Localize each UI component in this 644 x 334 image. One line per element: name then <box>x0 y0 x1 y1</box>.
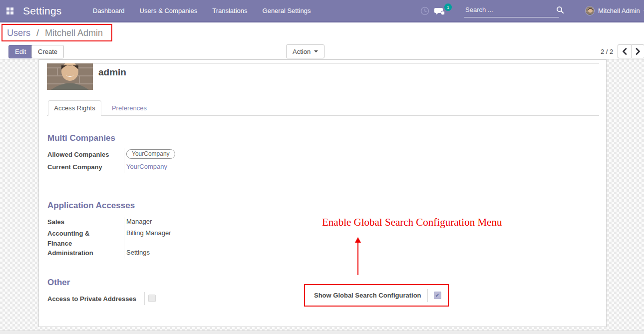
chevron-right-icon <box>635 48 641 55</box>
global-search <box>464 5 571 18</box>
sales-value[interactable]: Manager <box>126 218 152 225</box>
action-dropdown-button[interactable]: Action <box>286 44 324 58</box>
section-application-accesses: Application Accesses <box>47 201 135 211</box>
footer-strip <box>0 331 644 334</box>
administration-label: Administration <box>47 248 123 258</box>
menu-item-general-settings[interactable]: General Settings <box>255 0 319 21</box>
user-menu[interactable]: Mitchell Admin <box>585 0 644 21</box>
control-panel: Users / Mitchell Admin Edit Create Actio… <box>0 22 644 59</box>
settings-user-page: Settings Dashboard Users & Companies Tra… <box>0 0 644 334</box>
section-other: Other <box>47 278 70 288</box>
activities-clock-icon[interactable] <box>420 6 429 17</box>
pager-previous-button[interactable] <box>618 44 631 58</box>
menu-item-dashboard[interactable]: Dashboard <box>85 0 132 21</box>
annotation-arrow-up-icon <box>355 237 361 275</box>
menu-item-translations[interactable]: Translations <box>205 0 255 21</box>
sales-label: Sales <box>47 217 123 227</box>
show-global-search-label: Show Global Search Configuration <box>314 292 421 299</box>
tab-access-rights[interactable]: Access Rights <box>48 100 101 116</box>
form-view-background: admin Access Rights Preferences Multi Co… <box>0 59 644 334</box>
section-multi-companies: Multi Companies <box>47 133 115 143</box>
edit-button[interactable]: Edit <box>8 45 32 58</box>
accounting-finance-label: Accounting & Finance <box>47 229 112 249</box>
form-sheet: admin Access Rights Preferences Multi Co… <box>38 59 607 327</box>
app-title[interactable]: Settings <box>23 0 61 21</box>
field-separator <box>124 217 124 259</box>
chevron-left-icon <box>622 48 628 55</box>
messages-count-badge: 1 <box>444 3 452 11</box>
menu-item-users-companies[interactable]: Users & Companies <box>132 0 205 21</box>
user-name: Mitchell Admin <box>598 7 640 14</box>
action-label: Action <box>293 48 311 55</box>
accounting-finance-value[interactable]: Billing Manager <box>126 229 171 237</box>
pager-next-button[interactable] <box>631 44 644 58</box>
top-navbar: Settings Dashboard Users & Companies Tra… <box>0 0 644 22</box>
user-login-title: admin <box>98 67 126 78</box>
create-button[interactable]: Create <box>31 45 64 58</box>
tab-preferences[interactable]: Preferences <box>101 100 157 116</box>
private-addresses-label: Access to Private Addresses <box>47 294 142 304</box>
allowed-companies-tag[interactable]: YourCompany <box>126 149 175 159</box>
show-global-search-checkbox[interactable]: ✔ <box>434 292 441 299</box>
current-company-link[interactable]: YourCompany <box>126 163 167 170</box>
pager-value: 2 / 2 <box>601 48 613 55</box>
administration-value[interactable]: Settings <box>126 249 150 256</box>
annotation-box-global-search: Show Global Search Configuration ✔ <box>304 284 449 307</box>
checkmark-icon: ✔ <box>435 293 439 298</box>
main-menu: Dashboard Users & Companies Translations… <box>85 0 318 21</box>
current-company-label: Current Company <box>47 162 123 172</box>
private-addresses-checkbox[interactable] <box>148 295 156 302</box>
breadcrumb: Users / Mitchell Admin <box>7 28 103 38</box>
breadcrumb-current: Mitchell Admin <box>45 28 103 38</box>
user-photo[interactable] <box>47 63 93 90</box>
search-input[interactable] <box>464 5 559 17</box>
field-separator <box>144 292 145 305</box>
statusbar-divider <box>47 63 599 64</box>
allowed-companies-label: Allowed Companies <box>47 150 123 160</box>
field-separator <box>427 289 428 302</box>
annotation-text: Enable Global Search Configuration Menu <box>322 216 532 229</box>
apps-grid-icon[interactable] <box>6 7 14 15</box>
search-icon[interactable] <box>556 6 564 16</box>
caret-down-icon <box>314 50 318 52</box>
pager <box>618 44 644 58</box>
messages-chat-icon[interactable] <box>434 7 445 18</box>
user-avatar <box>585 6 595 15</box>
breadcrumb-separator: / <box>36 28 39 38</box>
field-separator <box>124 148 124 173</box>
breadcrumb-users-link[interactable]: Users <box>7 28 30 38</box>
